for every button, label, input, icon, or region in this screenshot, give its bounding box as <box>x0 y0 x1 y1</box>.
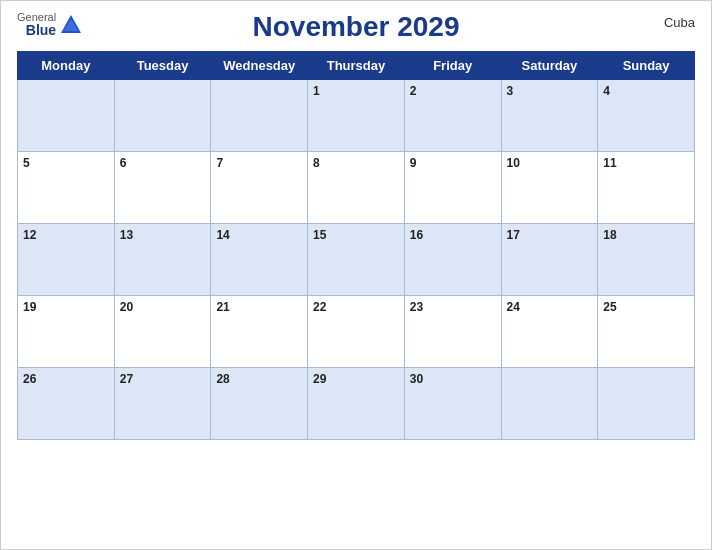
day-number: 6 <box>120 156 127 170</box>
weekday-header-monday: Monday <box>18 52 115 80</box>
day-number: 10 <box>507 156 520 170</box>
calendar-day-28: 28 <box>211 368 308 440</box>
calendar-day-12: 12 <box>18 224 115 296</box>
day-number: 12 <box>23 228 36 242</box>
calendar-body: 1234567891011121314151617181920212223242… <box>18 80 695 440</box>
day-number: 23 <box>410 300 423 314</box>
calendar-day-empty <box>598 368 695 440</box>
weekday-header-tuesday: Tuesday <box>114 52 211 80</box>
weekday-header-sunday: Sunday <box>598 52 695 80</box>
calendar-day-11: 11 <box>598 152 695 224</box>
logo-blue-text: Blue <box>26 23 56 38</box>
calendar-day-25: 25 <box>598 296 695 368</box>
calendar-day-24: 24 <box>501 296 598 368</box>
calendar-day-23: 23 <box>404 296 501 368</box>
calendar-day-29: 29 <box>308 368 405 440</box>
weekday-header-row: MondayTuesdayWednesdayThursdayFridaySatu… <box>18 52 695 80</box>
day-number: 3 <box>507 84 514 98</box>
calendar-day-13: 13 <box>114 224 211 296</box>
calendar-day-5: 5 <box>18 152 115 224</box>
calendar-day-7: 7 <box>211 152 308 224</box>
day-number: 4 <box>603 84 610 98</box>
calendar-day-22: 22 <box>308 296 405 368</box>
calendar-day-empty <box>18 80 115 152</box>
day-number: 22 <box>313 300 326 314</box>
calendar-week-row: 12131415161718 <box>18 224 695 296</box>
calendar-day-18: 18 <box>598 224 695 296</box>
day-number: 18 <box>603 228 616 242</box>
day-number: 13 <box>120 228 133 242</box>
calendar-day-26: 26 <box>18 368 115 440</box>
calendar-week-row: 2627282930 <box>18 368 695 440</box>
calendar-day-6: 6 <box>114 152 211 224</box>
day-number: 29 <box>313 372 326 386</box>
day-number: 5 <box>23 156 30 170</box>
weekday-header-friday: Friday <box>404 52 501 80</box>
day-number: 27 <box>120 372 133 386</box>
calendar-day-4: 4 <box>598 80 695 152</box>
calendar-day-3: 3 <box>501 80 598 152</box>
calendar-day-20: 20 <box>114 296 211 368</box>
day-number: 25 <box>603 300 616 314</box>
day-number: 15 <box>313 228 326 242</box>
day-number: 19 <box>23 300 36 314</box>
day-number: 7 <box>216 156 223 170</box>
calendar-header: General Blue November 2029 Cuba <box>17 11 695 43</box>
calendar-day-27: 27 <box>114 368 211 440</box>
day-number: 16 <box>410 228 423 242</box>
calendar-week-row: 567891011 <box>18 152 695 224</box>
day-number: 14 <box>216 228 229 242</box>
calendar-day-empty <box>114 80 211 152</box>
calendar-day-8: 8 <box>308 152 405 224</box>
calendar-title: November 2029 <box>252 11 459 43</box>
weekday-header-wednesday: Wednesday <box>211 52 308 80</box>
calendar-day-10: 10 <box>501 152 598 224</box>
day-number: 21 <box>216 300 229 314</box>
calendar: General Blue November 2029 Cuba MondayTu… <box>0 0 712 550</box>
calendar-day-30: 30 <box>404 368 501 440</box>
calendar-day-empty <box>501 368 598 440</box>
country-label: Cuba <box>664 15 695 30</box>
calendar-week-row: 19202122232425 <box>18 296 695 368</box>
calendar-day-21: 21 <box>211 296 308 368</box>
calendar-day-1: 1 <box>308 80 405 152</box>
calendar-day-empty <box>211 80 308 152</box>
calendar-day-9: 9 <box>404 152 501 224</box>
calendar-day-2: 2 <box>404 80 501 152</box>
calendar-table: MondayTuesdayWednesdayThursdayFridaySatu… <box>17 51 695 440</box>
day-number: 11 <box>603 156 616 170</box>
day-number: 20 <box>120 300 133 314</box>
day-number: 30 <box>410 372 423 386</box>
weekday-header-thursday: Thursday <box>308 52 405 80</box>
logo: General Blue <box>17 11 82 38</box>
calendar-day-19: 19 <box>18 296 115 368</box>
day-number: 9 <box>410 156 417 170</box>
day-number: 8 <box>313 156 320 170</box>
day-number: 1 <box>313 84 320 98</box>
day-number: 17 <box>507 228 520 242</box>
calendar-day-15: 15 <box>308 224 405 296</box>
calendar-week-row: 1234 <box>18 80 695 152</box>
day-number: 28 <box>216 372 229 386</box>
calendar-day-14: 14 <box>211 224 308 296</box>
calendar-day-17: 17 <box>501 224 598 296</box>
weekday-header-saturday: Saturday <box>501 52 598 80</box>
logo-icon <box>60 13 82 35</box>
day-number: 26 <box>23 372 36 386</box>
calendar-day-16: 16 <box>404 224 501 296</box>
day-number: 2 <box>410 84 417 98</box>
day-number: 24 <box>507 300 520 314</box>
